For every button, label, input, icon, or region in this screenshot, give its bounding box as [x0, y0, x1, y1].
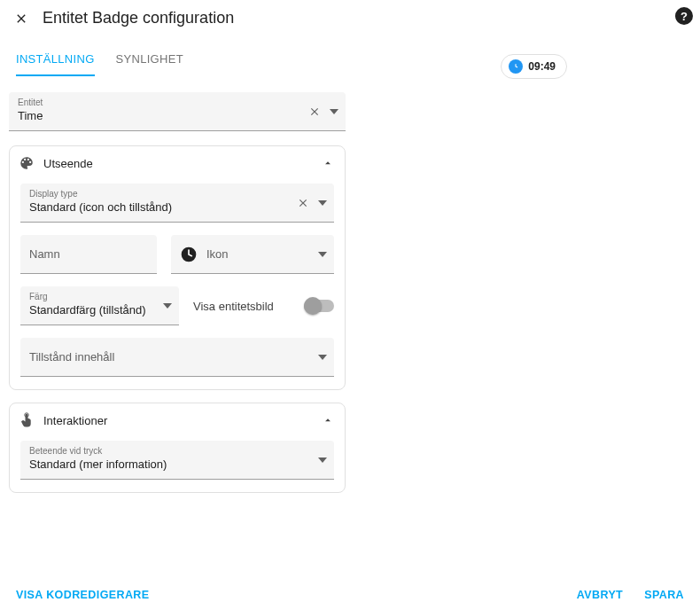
entity-select[interactable]: Entitet Time — [9, 92, 346, 131]
display-type-select[interactable]: Display type Standard (icon och tillstån… — [20, 184, 334, 223]
clock-icon — [180, 246, 198, 263]
display-type-value: Standard (icon och tillstånd) — [29, 199, 325, 215]
chevron-up-icon — [322, 414, 334, 426]
tap-behavior-select[interactable]: Beteende vid tryck Standard (mer informa… — [20, 441, 334, 480]
badge-preview: 09:49 — [501, 54, 567, 79]
state-content-select[interactable]: Tillstånd innehåll — [20, 338, 334, 377]
tab-visibility[interactable]: SYNLIGHET — [116, 52, 183, 76]
tap-value: Standard (mer information) — [29, 457, 325, 473]
name-input[interactable]: Namn — [20, 235, 157, 274]
dialog-title: Entitet Badge configuration — [43, 9, 234, 27]
show-code-editor-button[interactable]: VISA KODREDIGERARE — [16, 589, 150, 601]
cancel-button[interactable]: AVBRYT — [577, 589, 623, 601]
gesture-tap-icon — [19, 412, 35, 428]
interactions-collapse-button[interactable] — [322, 414, 334, 426]
color-label: Färg — [29, 292, 170, 302]
dropdown-icon — [330, 109, 338, 114]
tap-label: Beteende vid tryck — [29, 446, 325, 457]
dropdown-icon — [318, 458, 327, 463]
entity-label: Entitet — [18, 98, 337, 108]
close-button[interactable] — [12, 10, 30, 27]
name-placeholder: Namn — [29, 247, 148, 261]
dropdown-icon — [318, 200, 327, 206]
appearance-collapse-button[interactable] — [322, 157, 334, 169]
close-icon — [308, 106, 321, 118]
clock-icon — [509, 59, 523, 74]
icon-placeholder: Ikon — [206, 247, 325, 261]
interactions-title: Interaktioner — [43, 414, 107, 427]
icon-select[interactable]: Ikon — [171, 235, 334, 274]
state-content-placeholder: Tillstånd innehåll — [29, 350, 325, 364]
clear-display-type-button[interactable] — [297, 197, 309, 209]
chevron-up-icon — [322, 157, 334, 169]
help-button[interactable]: ? — [675, 7, 693, 25]
palette-icon — [19, 155, 35, 171]
appearance-panel: Utseende Display type Standard (icon och… — [9, 145, 346, 390]
tab-settings[interactable]: INSTÄLLNING — [16, 52, 95, 76]
dropdown-icon — [318, 252, 327, 257]
preview-time: 09:49 — [528, 60, 556, 73]
save-button[interactable]: SPARA — [644, 589, 684, 601]
close-icon — [297, 197, 309, 209]
entity-value: Time — [18, 108, 337, 124]
interactions-panel: Interaktioner Beteende vid tryck Standar… — [9, 403, 346, 493]
clear-entity-button[interactable] — [308, 106, 321, 118]
appearance-title: Utseende — [43, 157, 93, 170]
show-entity-picture-toggle[interactable] — [304, 300, 334, 312]
close-icon — [14, 12, 28, 26]
display-type-label: Display type — [29, 189, 325, 199]
color-value: Standardfärg (tillstånd) — [29, 302, 170, 318]
show-entity-picture-label: Visa entitetsbild — [193, 300, 274, 313]
dropdown-icon — [318, 355, 327, 360]
dropdown-icon — [163, 303, 172, 309]
color-select[interactable]: Färg Standardfärg (tillstånd) — [20, 286, 179, 325]
